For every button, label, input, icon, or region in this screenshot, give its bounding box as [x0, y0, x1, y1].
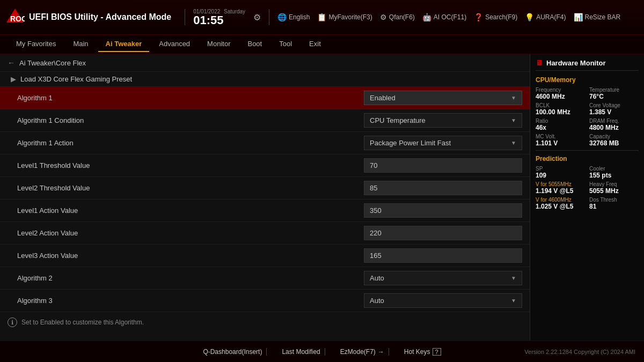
setting-row-algorithm1[interactable]: Algorithm 1Enabled▼: [0, 87, 530, 109]
heavy-freq-item: Heavy Freq 5055 MHz: [589, 181, 639, 195]
favorite-icon: 📋: [317, 13, 326, 21]
ezmode-arrow-icon: →: [378, 348, 384, 356]
mc-volt-value: 1.101 V: [536, 139, 585, 147]
qdashboard-button[interactable]: Q-Dashboard(Insert): [199, 348, 267, 356]
core-voltage-item: Core Voltage 1.385 V: [589, 102, 639, 116]
cooler-label: Cooler: [589, 166, 639, 172]
frequency-label: Frequency: [536, 87, 585, 93]
setting-value-level3_action: 165: [361, 248, 522, 263]
tool-aioc[interactable]: 🤖 AI OC(F11): [422, 13, 466, 21]
dropdown-algorithm1_action[interactable]: Package Power Limit Fast▼: [364, 136, 522, 150]
nav-aitweaker[interactable]: Ai Tweaker: [98, 36, 150, 52]
setting-label-level1_action: Level1 Action Value: [17, 206, 361, 215]
version-text: Version 2.22.1284 Copyright (C) 2024 AMI: [445, 349, 635, 355]
last-modified-button[interactable]: Last Modified: [277, 348, 325, 356]
setting-row-level1_threshold[interactable]: Level1 Threshold Value70: [0, 154, 530, 177]
setting-row-level2_threshold[interactable]: Level2 Threshold Value85: [0, 177, 530, 200]
input-level3_action[interactable]: 165: [364, 248, 522, 263]
time-display: 01:55: [193, 14, 223, 26]
setting-label-level2_action: Level2 Action Value: [17, 229, 361, 237]
nav-monitor[interactable]: Monitor: [200, 36, 238, 52]
tool-aura[interactable]: 💡 AURA(F4): [525, 13, 566, 21]
setting-label-algorithm2: Algorithm 2: [17, 274, 361, 282]
setting-row-algorithm1_action[interactable]: Algorithm 1 ActionPackage Power Limit Fa…: [0, 132, 530, 154]
breadcrumb-path: Ai Tweaker\Core Flex: [19, 59, 86, 67]
ratio-label: Ratio: [536, 118, 585, 124]
setting-row-algorithm2[interactable]: Algorithm 2Auto▼: [0, 267, 530, 290]
setting-label-algorithm1_condition: Algorithm 1 Condition: [17, 116, 361, 124]
input-level1_threshold[interactable]: 70: [364, 158, 522, 173]
nav-exit[interactable]: Exit: [302, 36, 328, 52]
tool-resizebar[interactable]: 📊 ReSize BAR: [574, 13, 621, 21]
temperature-value: 76°C: [589, 93, 639, 100]
resizebar-icon: 📊: [574, 13, 583, 21]
datetime-display: 01/01/2022 Saturday 01:55: [193, 9, 245, 26]
cooler-value: 155 pts: [589, 172, 639, 179]
footer: Q-Dashboard(Insert) Last Modified EzMode…: [0, 341, 644, 362]
v4600-item: V for 4600MHz 1.025 V @L5: [536, 197, 585, 210]
section-header[interactable]: ▶ Load X3D Core Flex Gaming Preset: [0, 72, 530, 87]
header-tools: 🌐 English 📋 MyFavorite(F3) ⚙ Qfan(F6) 🤖 …: [277, 13, 620, 21]
tool-qfan[interactable]: ⚙ Qfan(F6): [380, 13, 415, 21]
info-bar: ℹ Set to Enabled to customize this Algor…: [0, 312, 530, 333]
sidebar-header: 🖥 Hardware Monitor: [536, 58, 639, 71]
nav-boot[interactable]: Boot: [240, 36, 269, 52]
tool-search[interactable]: ❓ Search(F9): [474, 13, 517, 21]
cpu-memory-grid: Frequency 4600 MHz Temperature 76°C BCLK…: [536, 87, 639, 147]
svg-text:ROG: ROG: [10, 14, 25, 23]
capacity-label: Capacity: [589, 134, 639, 139]
v5055-value: 1.194 V @L5: [536, 187, 585, 195]
setting-label-level2_threshold: Level2 Threshold Value: [17, 184, 361, 192]
setting-row-algorithm3[interactable]: Algorithm 3Auto▼: [0, 290, 530, 312]
hotkeys-button[interactable]: Hot Keys ?: [400, 348, 445, 356]
dropdown-algorithm3[interactable]: Auto▼: [364, 293, 522, 308]
nav-main[interactable]: Main: [65, 36, 96, 52]
settings-list: Algorithm 1Enabled▼Algorithm 1 Condition…: [0, 87, 530, 312]
nav-favorites[interactable]: My Favorites: [9, 36, 63, 52]
setting-row-level1_action[interactable]: Level1 Action Value350: [0, 200, 530, 222]
dos-thresh-item: Dos Thresh 81: [589, 197, 639, 210]
setting-value-algorithm3: Auto▼: [361, 293, 522, 308]
nav-advanced[interactable]: Advanced: [151, 36, 197, 52]
settings-icon[interactable]: ⚙: [253, 12, 261, 23]
ezmode-button[interactable]: EzMode(F7) →: [336, 348, 389, 356]
sp-label: SP: [536, 166, 585, 172]
cooler-item: Cooler 155 pts: [589, 166, 639, 179]
dropdown-arrow-icon: ▼: [511, 95, 516, 101]
setting-label-level1_threshold: Level1 Threshold Value: [17, 161, 361, 169]
ratio-item: Ratio 46x: [536, 118, 585, 131]
input-level2_threshold[interactable]: 85: [364, 181, 522, 195]
input-level2_action[interactable]: 220: [364, 226, 522, 240]
setting-row-level2_action[interactable]: Level2 Action Value220: [0, 222, 530, 245]
sp-value: 109: [536, 172, 585, 179]
tool-myfavorite[interactable]: 📋 MyFavorite(F3): [317, 13, 372, 21]
fan-icon: ⚙: [380, 13, 387, 21]
v4600-label: V for 4600MHz: [536, 197, 585, 203]
setting-value-level1_action: 350: [361, 203, 522, 218]
dropdown-arrow-icon: ▼: [511, 275, 516, 281]
back-button[interactable]: ←: [8, 58, 15, 67]
setting-row-algorithm1_condition[interactable]: Algorithm 1 ConditionCPU Temperature▼: [0, 109, 530, 132]
dos-thresh-label: Dos Thresh: [589, 197, 639, 203]
dropdown-algorithm2[interactable]: Auto▼: [364, 271, 522, 285]
header-divider-2: [269, 9, 269, 25]
frequency-value: 4600 MHz: [536, 93, 585, 100]
v5055-label: V for 5055MHz: [536, 181, 585, 187]
prediction-title: Prediction: [536, 155, 639, 162]
input-level1_action[interactable]: 350: [364, 203, 522, 218]
nav-tool[interactable]: Tool: [272, 36, 299, 52]
v4600-value: 1.025 V @L5: [536, 203, 585, 210]
dropdown-algorithm1_condition[interactable]: CPU Temperature▼: [364, 113, 522, 128]
bclk-label: BCLK: [536, 102, 585, 108]
temperature-item: Temperature 76°C: [589, 87, 639, 100]
tool-english[interactable]: 🌐 English: [277, 13, 310, 21]
setting-row-level3_action[interactable]: Level3 Action Value165: [0, 245, 530, 267]
dos-thresh-value: 81: [589, 203, 639, 210]
chevron-right-icon: ▶: [11, 75, 16, 83]
header: ROG UEFI BIOS Utility - Advanced Mode 01…: [0, 0, 644, 35]
heavy-freq-value: 5055 MHz: [589, 187, 639, 195]
capacity-item: Capacity 32768 MB: [589, 134, 639, 147]
dropdown-algorithm1[interactable]: Enabled▼: [364, 91, 522, 105]
ratio-value: 46x: [536, 124, 585, 131]
setting-label-level3_action: Level3 Action Value: [17, 252, 361, 260]
